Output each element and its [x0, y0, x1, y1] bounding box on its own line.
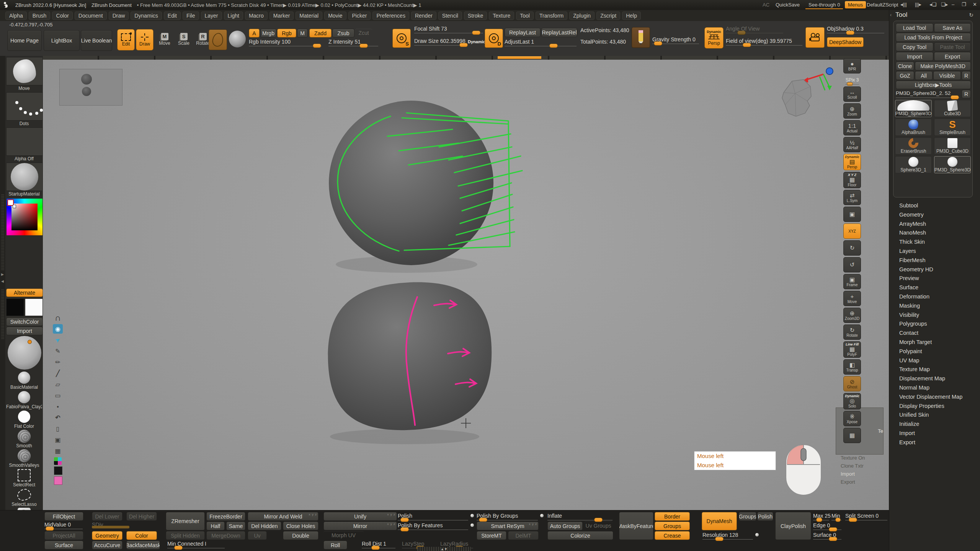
fov-slider[interactable]: Field of view(deg) 39.59775: [726, 38, 802, 46]
menu-item[interactable]: Draw: [109, 11, 129, 20]
polish-toggle-dot[interactable]: [470, 514, 474, 518]
min-slider[interactable]: Min: [831, 513, 841, 520]
polish-by-features-toggle-dot[interactable]: [470, 523, 474, 527]
menu-item[interactable]: Tool: [516, 11, 534, 20]
menu-item[interactable]: Help: [622, 11, 641, 20]
copy-tool-button[interactable]: Copy Tool: [896, 42, 933, 51]
frame-button[interactable]: ▣ Frame: [843, 274, 861, 289]
sdiv-slider[interactable]: SDiv: [92, 522, 156, 529]
menu-item[interactable]: Brush: [29, 11, 51, 20]
menu-item[interactable]: Color: [52, 11, 72, 20]
zremesher-button[interactable]: ZRemesher: [166, 512, 205, 530]
pencil-icon[interactable]: [53, 357, 63, 367]
brush-select-rect[interactable]: SelectRect: [6, 469, 42, 487]
goz-r-button[interactable]: R: [962, 71, 971, 80]
movie-camera-button[interactable]: [805, 27, 825, 48]
tool-alphabrush[interactable]: AlphaBrush: [895, 119, 932, 136]
stroke-size-button[interactable]: S: [392, 29, 411, 48]
menu-item[interactable]: Zscript: [596, 11, 620, 20]
resolution-toggle-dot[interactable]: [755, 533, 759, 537]
tool-section-item[interactable]: Surface: [899, 283, 962, 292]
z-intensity-slider[interactable]: Z Intensity 51: [328, 39, 378, 46]
menu-item[interactable]: Marker: [270, 11, 294, 20]
mirror-and-weld-button[interactable]: Mirror And Weldx y z: [248, 512, 318, 521]
tool-section-item[interactable]: Geometry: [899, 210, 962, 220]
del-hidden-button[interactable]: Del Hidden: [248, 522, 281, 530]
surface-button[interactable]: Surface: [44, 541, 83, 549]
tool-section-item[interactable]: NanoMesh: [899, 228, 962, 238]
dynamesh-groups-button[interactable]: Groups: [739, 512, 756, 521]
tool-section-item[interactable]: Deformation: [899, 292, 962, 302]
menu-item[interactable]: Stencil: [438, 11, 462, 20]
camera-icon[interactable]: [53, 435, 63, 445]
tool-sphere3d-1[interactable]: Sphere3D_1: [895, 156, 932, 173]
import-texture-button[interactable]: Import: [6, 327, 43, 335]
brush-smooth[interactable]: Smooth: [6, 430, 42, 448]
paste-tool-button[interactable]: Paste Tool: [934, 42, 971, 51]
secondary-color-swatch[interactable]: [25, 298, 43, 316]
menu-item[interactable]: Movie: [324, 11, 346, 20]
tool-section-item[interactable]: Subtool: [899, 201, 962, 210]
texture-panel-item[interactable]: Texture On: [841, 454, 865, 462]
tool-section-item[interactable]: Texture Map: [899, 365, 962, 374]
lightbox-tools-button[interactable]: Lightbox▶Tools: [896, 81, 971, 89]
draw-size-slider[interactable]: Draw Size 602.35998: [414, 38, 463, 46]
black-swatch[interactable]: [54, 466, 62, 475]
menu-item[interactable]: Document: [75, 11, 107, 20]
half-button[interactable]: Half: [206, 522, 225, 530]
persp-button[interactable]: Dynamic ▤ Persp: [843, 154, 861, 170]
menu-item[interactable]: Light: [224, 11, 243, 20]
xyz-button[interactable]: XYZ: [843, 223, 861, 239]
tool-section-item[interactable]: Displacement Map: [899, 374, 962, 383]
menu-item[interactable]: Zplugin: [569, 11, 595, 20]
tool-cube3d[interactable]: Cube3D: [934, 100, 971, 117]
floor-button[interactable]: X Y Z ▦ Floor: [843, 172, 861, 188]
zoom-button[interactable]: ⊕ Zoom: [843, 103, 861, 119]
tool-section-item[interactable]: Vector Displacement Map: [899, 393, 962, 402]
color-grid-swatch[interactable]: [54, 457, 62, 465]
tool-section-item[interactable]: Import: [899, 429, 962, 438]
del-lower-button[interactable]: Del Lower: [92, 512, 122, 521]
tool-section-item[interactable]: Preview: [899, 274, 962, 283]
groups-toggle[interactable]: Groups: [655, 522, 690, 530]
ac-button[interactable]: AC: [760, 1, 773, 8]
tool-section-item[interactable]: Masking: [899, 302, 962, 311]
tool-section-item[interactable]: Thick Skin: [899, 238, 962, 247]
color-toggle[interactable]: Color: [126, 531, 157, 540]
mask-by-feature-button[interactable]: MaskByFeature: [619, 512, 653, 540]
gravity-strength-slider[interactable]: Gravity Strength 0: [652, 36, 699, 44]
actual-button[interactable]: 1:1 Actual: [843, 120, 861, 135]
bpr-button[interactable]: ● BPR: [843, 58, 861, 73]
texture-grid-button[interactable]: ▦: [843, 428, 861, 443]
material-flat-color[interactable]: Flat Color: [6, 410, 42, 429]
tool-section-item[interactable]: Display Properties: [899, 402, 962, 411]
tool-section-item[interactable]: Morph Target: [899, 338, 962, 347]
eraser-icon[interactable]: [53, 380, 63, 389]
tool-section-item[interactable]: UV Map: [899, 356, 962, 365]
current-stroke[interactable]: Dots: [6, 92, 42, 126]
texture-panel-item[interactable]: Clone Txtr: [841, 462, 865, 470]
geometry-toggle[interactable]: Geometry: [92, 531, 122, 540]
adjust-last-slider[interactable]: AdjustLast 1: [505, 39, 577, 46]
mid-value-slider[interactable]: MidValue 0: [44, 522, 83, 529]
export-tool-button[interactable]: Export: [934, 52, 971, 61]
zcut-toggle[interactable]: Zcut: [355, 29, 372, 37]
tool-section-item[interactable]: Geometry HD: [899, 265, 962, 274]
active-tool-slider[interactable]: PM3D_Sphere3D_2. 52: [896, 90, 959, 98]
zsub-toggle[interactable]: Zsub: [332, 29, 354, 37]
lightbox-button[interactable]: LightBox: [44, 30, 80, 51]
tool-simplebrush[interactable]: SimpleBrush: [934, 119, 971, 136]
window-next-icon[interactable]: ❏▸: [941, 2, 948, 7]
tool-section-item[interactable]: FiberMesh: [899, 256, 962, 265]
backface-mask-button[interactable]: BackfaceMask: [126, 541, 160, 549]
crease-toggle[interactable]: Crease: [655, 531, 690, 540]
menu-item[interactable]: Stroke: [464, 11, 487, 20]
minimize-button[interactable]: –: [952, 2, 954, 7]
tool-section-item[interactable]: Polygroups: [899, 320, 962, 329]
goz-visible-button[interactable]: Visible: [933, 71, 961, 80]
window-prev-icon[interactable]: ◂❏: [929, 2, 936, 7]
tool-eraserbrush[interactable]: EraserBrush: [895, 137, 932, 155]
solo-button[interactable]: Dynamic ◎ Solo: [843, 393, 861, 409]
tool-section-item[interactable]: Layers: [899, 247, 962, 256]
deep-shadow-button[interactable]: DeepShadow: [827, 37, 864, 47]
